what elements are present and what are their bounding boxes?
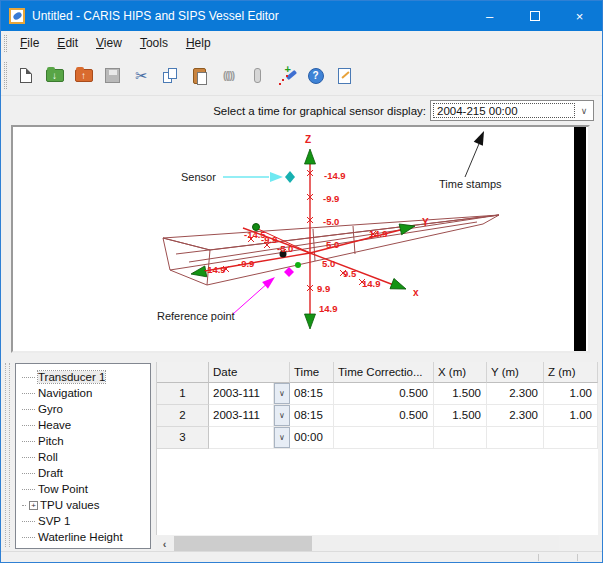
minimize-button[interactable]: – xyxy=(467,1,512,31)
column-header-y[interactable]: Y (m) xyxy=(487,362,544,383)
date-dropdown[interactable]: ∨ xyxy=(274,383,290,405)
sensor-probe-icon xyxy=(254,68,261,83)
row-header[interactable]: 3 xyxy=(157,427,209,449)
expand-icon[interactable]: + xyxy=(29,501,38,510)
broadcast-icon: ((|)) xyxy=(223,70,234,81)
axis-tick-label: -9.9 xyxy=(323,193,339,204)
new-file-button[interactable] xyxy=(11,62,40,90)
time-correction-cell[interactable] xyxy=(334,427,434,449)
minimize-icon: – xyxy=(486,9,493,24)
sensor-tree: Transducer 1 Navigation Gyro Heave Pitch… xyxy=(15,363,151,549)
tree-item-svp-1[interactable]: SVP 1 xyxy=(16,513,150,529)
date-cell[interactable]: 2003-111 xyxy=(209,383,274,405)
tree-item-tpu-values[interactable]: +TPU values xyxy=(16,497,150,513)
time-correction-cell[interactable]: 0.500 xyxy=(334,405,434,427)
title-bar: Untitled - CARIS HIPS and SIPS Vessel Ed… xyxy=(1,1,602,31)
x-cell[interactable]: 1.500 xyxy=(434,383,487,405)
z-bottom-arrow xyxy=(305,314,316,329)
chevron-down-icon[interactable]: ∨ xyxy=(575,101,593,120)
date-dropdown[interactable]: ∨ xyxy=(274,405,290,427)
status-bar xyxy=(1,551,602,562)
date-cell[interactable] xyxy=(209,427,274,449)
save-as-folder-icon: ↑ xyxy=(75,69,93,82)
digitize-points-button[interactable]: + xyxy=(272,62,301,90)
maximize-button[interactable] xyxy=(512,1,557,31)
menu-edit[interactable]: Edit xyxy=(48,31,87,56)
tree-item-draft[interactable]: Draft xyxy=(16,465,150,481)
x-cell[interactable] xyxy=(434,427,487,449)
digitize-points-icon: + xyxy=(277,66,297,86)
z-cell[interactable]: 1.00 xyxy=(544,405,598,427)
time-cell[interactable]: 08:15 xyxy=(290,405,334,427)
copy-icon xyxy=(162,67,180,85)
view-edge-stripe xyxy=(574,127,586,351)
save-icon xyxy=(105,68,120,83)
time-cell[interactable]: 00:00 xyxy=(290,427,334,449)
y-cell[interactable] xyxy=(487,427,544,449)
close-icon: × xyxy=(576,9,584,24)
help-button[interactable]: ? xyxy=(301,62,330,90)
menu-help[interactable]: Help xyxy=(177,31,220,56)
broadcast-button[interactable]: ((|)) xyxy=(214,62,243,90)
edit-notes-button[interactable] xyxy=(330,62,359,90)
y-cell[interactable]: 2.300 xyxy=(487,405,544,427)
diagram-ticks: -14.9-9.9-5.0-14.5-9.9-5.05.05.09.514.91… xyxy=(204,170,388,314)
column-header-corner[interactable] xyxy=(157,362,209,383)
menu-view[interactable]: View xyxy=(87,31,131,56)
axis-tick-label: -14.9 xyxy=(204,264,226,275)
paste-button[interactable] xyxy=(185,62,214,90)
tree-item-pitch[interactable]: Pitch xyxy=(16,433,150,449)
chevron-down-icon: ∨ xyxy=(274,383,290,404)
column-header-time-correction[interactable]: Time Correctio... xyxy=(334,362,434,383)
vessel-3d-panel[interactable]: Sensor Time stamps Reference point Z Y x… xyxy=(11,125,590,353)
chevron-down-icon: ∨ xyxy=(274,427,290,448)
z-cell[interactable] xyxy=(544,427,598,449)
row-header[interactable]: 2 xyxy=(157,405,209,427)
tree-item-heave[interactable]: Heave xyxy=(16,417,150,433)
scroll-left-button[interactable]: ‹ xyxy=(156,536,173,551)
z-cell[interactable]: 1.00 xyxy=(544,383,598,405)
copy-button[interactable] xyxy=(156,62,185,90)
sensor-time-label: Select a time for graphical sensor displ… xyxy=(213,105,426,117)
tree-item-navigation[interactable]: Navigation xyxy=(16,385,150,401)
column-header-time[interactable]: Time xyxy=(290,362,334,383)
time-correction-cell[interactable]: 0.500 xyxy=(334,383,434,405)
timestamps-arrow-head xyxy=(474,129,489,146)
axis-tick-label: -5.0 xyxy=(323,216,339,227)
cut-button[interactable]: ✂ xyxy=(127,62,156,90)
sensor-data-table: Date Time Time Correctio... X (m) Y (m) … xyxy=(156,362,598,535)
y-cell[interactable]: 2.300 xyxy=(487,383,544,405)
horizontal-scrollbar[interactable]: ‹ xyxy=(156,536,559,551)
axis-tick-label: 14.9 xyxy=(369,228,388,239)
statusbar-separator xyxy=(577,554,578,561)
scroll-left-icon: ‹ xyxy=(163,538,167,550)
date-cell[interactable]: 2003-111 xyxy=(209,405,274,427)
save-vessel-as-button[interactable]: ↑ xyxy=(69,62,98,90)
row-header[interactable]: 1 xyxy=(157,383,209,405)
column-header-x[interactable]: X (m) xyxy=(434,362,487,383)
time-cell[interactable]: 08:15 xyxy=(290,383,334,405)
axis-tick-label: 9.9 xyxy=(317,283,330,294)
tree-item-tow-point[interactable]: Tow Point xyxy=(16,481,150,497)
tree-item-transducer-1[interactable]: Transducer 1 xyxy=(16,369,150,385)
open-vessel-button[interactable]: ↓ xyxy=(40,62,69,90)
tree-item-roll[interactable]: Roll xyxy=(16,449,150,465)
axis-tick-label: 5.0 xyxy=(326,239,339,250)
date-dropdown[interactable]: ∨ xyxy=(274,427,290,449)
menu-file[interactable]: File xyxy=(11,31,48,56)
tree-item-gyro[interactable]: Gyro xyxy=(16,401,150,417)
close-button[interactable]: × xyxy=(557,1,602,31)
tree-item-waterline-height[interactable]: Waterline Height xyxy=(16,529,150,545)
menu-bar: File Edit View Tools Help xyxy=(1,31,602,56)
column-header-z[interactable]: Z (m) xyxy=(544,362,598,383)
save-button[interactable] xyxy=(98,62,127,90)
sensor-time-row: Select a time for graphical sensor displ… xyxy=(1,96,602,125)
sensor-time-combobox[interactable]: 2004-215 00:00 ∨ xyxy=(430,100,594,121)
menu-tools[interactable]: Tools xyxy=(131,31,177,56)
paste-icon xyxy=(193,68,206,84)
scrollbar-thumb[interactable] xyxy=(174,536,312,551)
sensor-probe-button[interactable] xyxy=(243,62,272,90)
x-cell[interactable]: 1.500 xyxy=(434,405,487,427)
column-header-date[interactable]: Date xyxy=(209,362,290,383)
cut-icon: ✂ xyxy=(135,67,148,85)
